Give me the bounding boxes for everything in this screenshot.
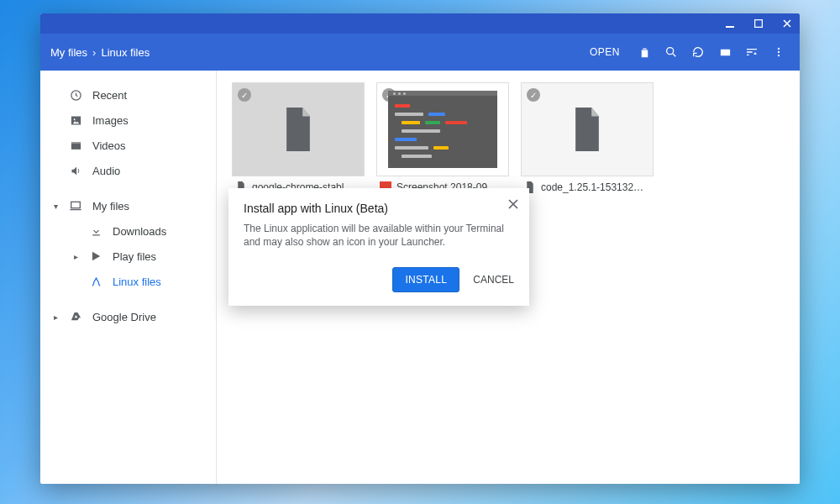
check-icon[interactable]: ✓ [238,88,251,102]
svg-rect-3 [720,49,729,55]
search-icon[interactable] [660,41,682,63]
sidebar: Recent Images Videos Audio ▾ My files [40,71,217,484]
open-button[interactable]: OPEN [581,43,628,61]
sidebar-item-images[interactable]: Images [40,108,216,133]
close-icon[interactable] [781,18,793,29]
sidebar-item-label: Play files [113,250,156,263]
toolbar: My files › Linux files OPEN [40,34,800,71]
chevron-right-icon[interactable]: ▸ [74,252,78,261]
breadcrumb: My files › Linux files [50,46,150,59]
sidebar-item-myfiles[interactable]: ▾ My files [40,193,216,218]
install-dialog: Install app with Linux (Beta) The Linux … [228,188,529,306]
dialog-body: The Linux application will be available … [244,222,514,249]
install-button[interactable]: INSTALL [392,267,459,292]
view-icon[interactable] [714,41,736,63]
sidebar-item-label: My files [92,200,129,213]
sort-icon[interactable] [741,41,763,63]
image-icon [69,113,82,127]
breadcrumb-current[interactable]: Linux files [101,46,150,59]
sidebar-item-label: Google Drive [92,311,156,323]
file-grid: ✓ google-chrome-stabl… ✓ [217,71,800,484]
minimize-icon[interactable] [724,18,736,29]
files-app-window: My files › Linux files OPEN Recent Image… [40,13,800,484]
dialog-title: Install app with Linux (Beta) [244,202,514,215]
svg-point-6 [778,55,780,56]
download-icon [89,224,102,238]
svg-point-4 [778,48,780,50]
svg-rect-12 [71,202,81,207]
cancel-button[interactable]: CANCEL [473,274,514,286]
sidebar-item-label: Audio [92,165,120,177]
delete-icon[interactable] [633,41,655,63]
sidebar-item-label: Linux files [113,276,161,288]
sidebar-item-gdrive[interactable]: ▸ Google Drive [40,304,216,329]
svg-rect-0 [726,26,734,28]
editor-thumbnail [388,91,497,168]
sidebar-item-audio[interactable]: Audio [40,158,216,183]
file-item[interactable]: ✓ google-chrome-stabl… [232,82,365,198]
sidebar-item-linuxfiles[interactable]: Linux files [40,269,216,294]
chevron-right-icon[interactable]: ▸ [54,312,58,322]
sidebar-item-label: Downloads [113,225,166,238]
sidebar-item-videos[interactable]: Videos [40,133,216,158]
svg-point-5 [778,51,780,53]
sidebar-item-label: Recent [92,89,127,102]
breadcrumb-root[interactable]: My files [50,46,87,59]
video-icon [69,139,82,152]
svg-rect-1 [755,20,763,28]
more-icon[interactable] [768,41,790,63]
laptop-icon [69,199,82,213]
sidebar-item-playfiles[interactable]: ▸ Play files [40,244,216,269]
linux-icon [89,275,102,288]
chevron-down-icon[interactable]: ▾ [54,202,58,211]
maximize-icon[interactable] [753,18,764,29]
drive-icon [69,310,82,323]
chevron-right-icon: › [92,46,96,59]
check-icon[interactable]: ✓ [527,88,540,102]
svg-point-2 [667,48,674,55]
sidebar-item-recent[interactable]: Recent [40,82,216,108]
play-icon [89,249,102,263]
clock-icon [69,88,82,102]
svg-point-9 [73,118,75,120]
sidebar-item-label: Images [92,114,129,127]
file-item[interactable]: ✓ code_1.25.1-153132… [521,82,654,198]
refresh-icon[interactable] [687,41,709,63]
window-titlebar [40,13,800,34]
audio-icon [69,164,82,177]
file-item[interactable]: ✓ [376,82,509,198]
svg-rect-11 [71,142,80,144]
sidebar-item-downloads[interactable]: Downloads [40,218,216,244]
close-icon[interactable] [506,197,521,212]
sidebar-item-label: Videos [92,139,126,152]
file-name: code_1.25.1-153132… [541,181,643,193]
